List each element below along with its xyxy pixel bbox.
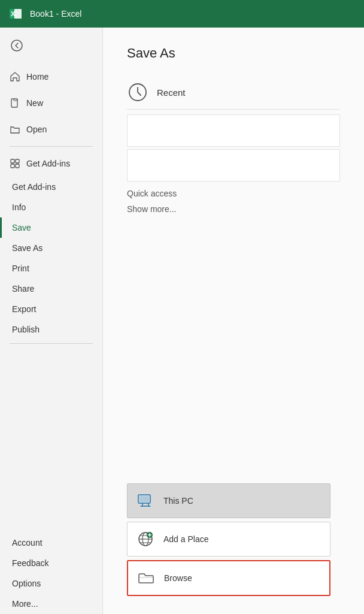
svg-rect-5 [11, 99, 17, 107]
this-pc-button[interactable]: This PC [127, 483, 330, 518]
clock-icon [127, 81, 148, 103]
sidebar-item-new[interactable]: New [0, 90, 102, 116]
open-icon [10, 124, 20, 135]
sidebar-item-close[interactable]: Publish [0, 319, 102, 340]
locations-section: This PC Add a Plac [127, 471, 340, 596]
sidebar-home-label: Home [26, 72, 48, 81]
add-place-label: Add a Place [163, 534, 209, 544]
main-layout: Home New Open [0, 28, 364, 614]
addins-icon [10, 158, 20, 169]
page-title: Save As [127, 46, 340, 61]
sidebar-item-save-as[interactable]: Save [0, 217, 102, 238]
svg-rect-8 [11, 164, 14, 168]
svg-rect-7 [16, 159, 19, 163]
add-place-button[interactable]: Add a Place [127, 522, 330, 556]
sidebar-item-print[interactable]: Save As [0, 238, 102, 258]
sidebar-item-share[interactable]: Print [0, 258, 102, 279]
browse-button[interactable]: Browse [127, 560, 330, 596]
computer-icon [136, 491, 155, 510]
show-more-button[interactable]: Show more... [127, 201, 340, 217]
sidebar-bottom: Account Feedback Options More... [0, 533, 102, 614]
sidebar-item-publish[interactable]: Export [0, 299, 102, 319]
browse-folder-icon [136, 568, 156, 588]
svg-rect-9 [16, 164, 19, 168]
excel-logo-icon: X [7, 5, 24, 22]
sidebar-open-label: Open [26, 125, 47, 134]
content-wrapper: Save As Recent Quick access Sh [127, 46, 340, 596]
recent-location-item[interactable]: Recent [127, 75, 340, 110]
sidebar-item-account[interactable]: Account [0, 533, 102, 553]
quick-access-label: Quick access [127, 189, 340, 198]
divider-1 [10, 146, 93, 147]
location-placeholder-2 [127, 149, 340, 182]
svg-rect-12 [139, 496, 149, 502]
sidebar-item-open[interactable]: Open [0, 116, 102, 143]
sidebar-item-info[interactable]: Get Add-ins [0, 177, 102, 197]
sidebar-item-options[interactable]: Options [0, 573, 102, 594]
divider-2 [10, 343, 93, 344]
sidebar-new-label: New [26, 98, 43, 108]
sidebar-item-home[interactable]: Home [0, 63, 102, 90]
sidebar-item-more[interactable]: More... [0, 594, 102, 614]
recent-label: Recent [157, 87, 186, 98]
top-section: Save As Recent Quick access Sh [127, 46, 340, 217]
svg-rect-6 [11, 159, 14, 163]
title-bar: X Book1 - Excel [0, 0, 364, 28]
sidebar-item-feedback[interactable]: Feedback [0, 553, 102, 573]
sidebar-nav: Home New Open [0, 63, 102, 143]
svg-rect-2 [14, 9, 22, 19]
location-placeholder-1 [127, 114, 340, 147]
content-area: Save As Recent Quick access Sh [103, 28, 364, 614]
sidebar-addins-label: Get Add-ins [26, 159, 70, 168]
new-icon [10, 98, 20, 108]
home-icon [10, 71, 20, 82]
sidebar-item-save[interactable]: Info [0, 197, 102, 217]
sidebar-item-addins[interactable]: Get Add-ins [0, 150, 102, 177]
globe-icon [136, 530, 155, 549]
browse-label: Browse [164, 573, 192, 583]
sidebar: Home New Open [0, 28, 103, 614]
back-button[interactable] [5, 34, 29, 58]
svg-text:X: X [11, 10, 16, 17]
app-title: Book1 - Excel [30, 9, 81, 19]
sidebar-item-export[interactable]: Share [0, 279, 102, 299]
svg-point-4 [11, 40, 22, 51]
this-pc-label: This PC [163, 496, 193, 506]
